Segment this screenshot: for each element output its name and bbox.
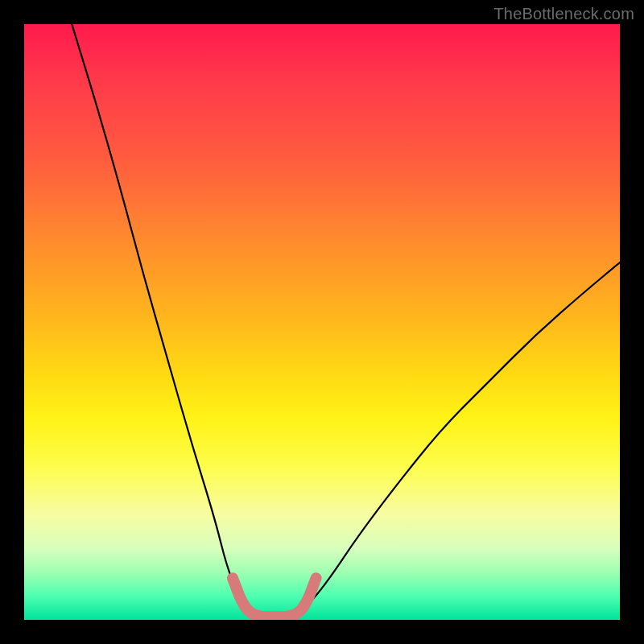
watermark-text: TheBottleneck.com bbox=[493, 5, 634, 23]
plot-area bbox=[24, 24, 620, 620]
curve-highlight bbox=[233, 578, 316, 617]
curve-left bbox=[72, 24, 245, 608]
chart-frame: TheBottleneck.com bbox=[0, 0, 644, 644]
plot-svg bbox=[24, 24, 620, 620]
curve-right bbox=[304, 262, 620, 608]
curve-group bbox=[72, 24, 620, 617]
